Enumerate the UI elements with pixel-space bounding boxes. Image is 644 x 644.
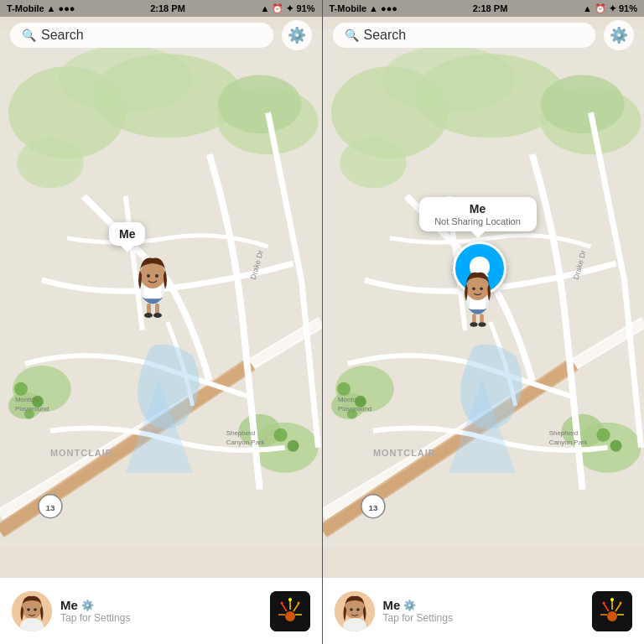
svg-text:Shepherd: Shepherd [548,429,578,437]
callout-name-right: Me [429,202,527,216]
svg-point-27 [147,274,150,278]
svg-point-95 [620,601,622,604]
carrier-left: T-Mobile [7,3,44,13]
battery-right: 91% [619,3,637,13]
svg-point-36 [34,608,37,611]
svg-point-23 [288,440,299,452]
svg-point-26 [140,262,165,288]
svg-point-5 [218,75,302,133]
svg-point-6 [59,45,193,112]
svg-point-94 [603,601,605,604]
svg-point-75 [472,288,475,291]
profile-section-left[interactable]: Me ⚙️ Tap for Settings [12,591,130,631]
svg-point-32 [153,313,162,318]
profile-info-right: Me ⚙️ Tap for Settings [383,598,453,624]
svg-point-76 [480,288,483,291]
svg-text:Canyon Park: Canyon Park [226,439,265,446]
svg-text:MONTCLAIR: MONTCLAIR [50,448,113,458]
bitmoji-right [457,267,499,325]
svg-point-52 [339,138,406,188]
map-area-right[interactable]: 13 Drake Dr Montclair Playground MONTCLA… [323,0,645,577]
battery-left: 91% [296,3,314,13]
svg-point-79 [470,322,477,326]
svg-point-83 [350,608,353,611]
search-icon-right: 🔍 [345,29,359,42]
status-left-right: T-Mobile ▲ ●●● [330,3,397,13]
search-text-left: Search [41,28,84,43]
gear-icon-left: ⚙️ [288,26,306,44]
wifi-icon-right: ▲ [369,3,378,13]
svg-point-22 [274,428,288,442]
svg-point-46 [280,601,283,604]
profile-sub-left: Tap for Settings [60,612,130,624]
svg-text:Canyon Park: Canyon Park [548,439,587,446]
svg-point-74 [465,276,488,300]
search-text-right: Search [364,28,407,43]
svg-text:Shepherd: Shepherd [226,429,256,437]
svg-point-19 [14,382,28,396]
avatar-left [12,591,52,631]
svg-point-35 [27,608,30,611]
profile-info-left: Me ⚙️ Tap for Settings [60,598,130,624]
signal-icon-left: ●●● [59,3,75,13]
gear-icon-profile-left: ⚙️ [81,600,94,611]
callout-left: Me [109,222,145,246]
svg-point-84 [356,608,360,611]
svg-point-70 [596,428,610,442]
bluetooth-icon-left: ✦ [286,3,293,14]
bottom-bar-right: Me ⚙️ Tap for Settings [323,577,645,644]
right-panel: 13 Drake Dr Montclair Playground MONTCLA… [323,0,645,644]
callout-right: Me Not Sharing Location [419,197,537,231]
search-box-left[interactable]: 🔍 Search [10,23,273,48]
svg-text:13: 13 [368,503,378,512]
svg-point-54 [381,45,515,112]
svg-point-69 [346,409,356,419]
settings-button-right[interactable]: ⚙️ [604,20,634,50]
search-icon-left: 🔍 [22,29,36,42]
status-right-right: ▲ ⏰ ✦ 91% [583,3,637,14]
profile-name-right: Me ⚙️ [383,598,453,612]
svg-point-67 [336,382,350,396]
svg-point-45 [288,598,292,601]
profile-name-left: Me ⚙️ [60,598,130,612]
svg-point-28 [155,274,158,278]
svg-point-31 [144,313,153,318]
wifi-icon-left: ▲ [47,3,56,13]
time-right: 2:18 PM [473,3,508,13]
fireworks-thumb-left[interactable] [270,591,310,631]
svg-point-39 [285,611,295,621]
profile-sub-right: Tap for Settings [383,612,453,624]
gear-icon-right: ⚙️ [610,26,628,44]
status-bar-left: T-Mobile ▲ ●●● 2:18 PM ▲ ⏰ ✦ 91% [0,0,322,17]
alarm-icon-right: ⏰ [595,3,606,14]
avatar-right [335,591,375,631]
svg-point-47 [297,601,299,604]
bluetooth-icon-right: ✦ [609,3,616,14]
location-icon-right: ▲ [583,3,592,13]
svg-point-21 [24,409,34,419]
settings-button-left[interactable]: ⚙️ [282,20,312,50]
gear-icon-profile-right: ⚙️ [403,600,416,611]
bottom-bar-left: Me ⚙️ Tap for Settings [0,577,322,644]
callout-sub-right: Not Sharing Location [429,216,527,226]
svg-point-87 [607,611,617,621]
fireworks-thumb-right[interactable] [592,591,632,631]
map-area-left[interactable]: 13 Drake Dr Montclair Playground MONTCLA… [0,0,322,577]
top-bar-right: 🔍 Search ⚙️ [323,17,645,54]
svg-point-53 [540,75,624,133]
status-left-left: T-Mobile ▲ ●●● [7,3,75,13]
callout-name-left: Me [119,227,135,241]
search-box-right[interactable]: 🔍 Search [333,23,596,48]
location-icon-left: ▲ [261,3,270,13]
alarm-icon-left: ⏰ [272,3,283,14]
svg-point-80 [478,322,486,326]
status-right-left: ▲ ⏰ ✦ 91% [261,3,315,14]
signal-icon-right: ●●● [381,3,397,13]
top-bar-left: 🔍 Search ⚙️ [0,17,322,54]
status-bar-right: T-Mobile ▲ ●●● 2:18 PM ▲ ⏰ ✦ 91% [323,0,645,17]
svg-point-4 [17,138,84,188]
svg-text:MONTCLAIR: MONTCLAIR [372,448,435,458]
profile-section-right[interactable]: Me ⚙️ Tap for Settings [335,591,453,631]
time-left: 2:18 PM [150,3,185,13]
svg-point-71 [610,440,621,452]
